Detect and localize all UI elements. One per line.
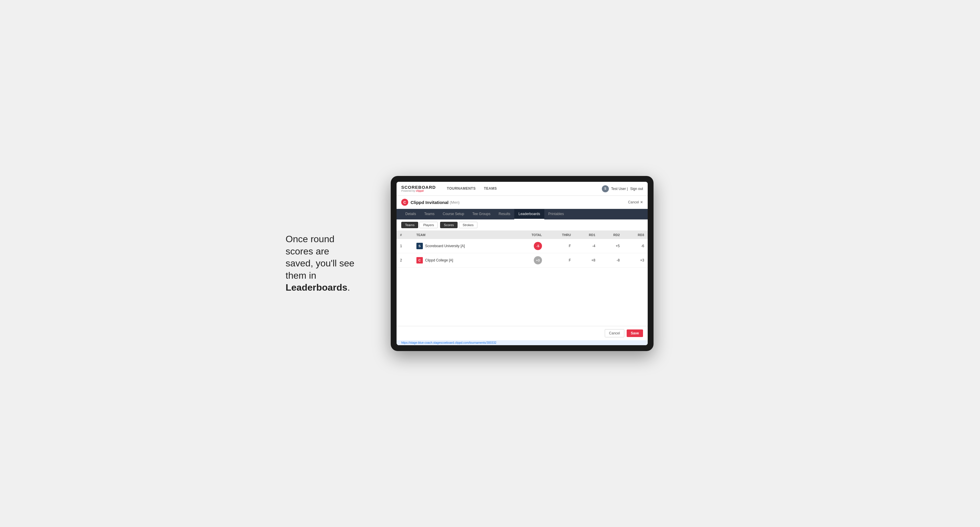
- table-row: 2 C Clippd College [A] +3 F +8 -8 +3: [396, 253, 648, 268]
- table-header-row: # TEAM TOTAL THRU RD1 RD2 RD3: [396, 231, 648, 239]
- app-header: SCOREBOARD Powered by clippd TOURNAMENTS…: [396, 182, 648, 196]
- subtab-teams[interactable]: Teams: [401, 222, 418, 228]
- save-button[interactable]: Save: [627, 329, 643, 337]
- subtab-players[interactable]: Players: [419, 222, 438, 228]
- tournament-header: C Clippd Invitational (Men) Cancel ✕: [396, 196, 648, 209]
- header-right: S Test User | Sign out: [602, 185, 643, 192]
- status-bar: https://stage-blue-coach.stagescoeboard.…: [396, 340, 648, 345]
- status-url: https://stage-blue-coach.stagescoeboard.…: [401, 341, 496, 344]
- team-logo: C: [417, 257, 423, 264]
- cell-total: -5: [514, 239, 545, 253]
- page-wrapper: Once round scores are saved, you'll see …: [286, 176, 694, 351]
- cell-rd2: -8: [599, 253, 624, 268]
- score-badge: +3: [534, 256, 542, 264]
- logo-area: SCOREBOARD Powered by clippd: [401, 185, 436, 193]
- table-row: 1 S Scoreboard University [A] -5 F -4 +5…: [396, 239, 648, 253]
- cell-rd1: +8: [574, 253, 599, 268]
- tab-tee-groups[interactable]: Tee Groups: [468, 209, 495, 219]
- tournament-icon: C: [401, 199, 408, 206]
- logo-title: SCOREBOARD: [401, 185, 436, 189]
- main-nav: TOURNAMENTS TEAMS: [443, 182, 501, 195]
- cell-team: S Scoreboard University [A]: [413, 239, 514, 253]
- cell-rank: 1: [396, 239, 413, 253]
- tournament-gender: (Men): [450, 200, 460, 205]
- tablet-screen: SCOREBOARD Powered by clippd TOURNAMENTS…: [396, 182, 648, 345]
- team-name: Clippd College [A]: [425, 258, 453, 262]
- col-team: TEAM: [413, 231, 514, 239]
- user-avatar: S: [602, 185, 609, 192]
- cell-rank: 2: [396, 253, 413, 268]
- col-rd3: RD3: [623, 231, 648, 239]
- cancel-button-top[interactable]: Cancel ✕: [628, 200, 643, 204]
- nav-tournaments[interactable]: TOURNAMENTS: [443, 182, 480, 195]
- col-rank: #: [396, 231, 413, 239]
- subtab-scores[interactable]: Scores: [440, 222, 458, 228]
- cell-rd3: -6: [623, 239, 648, 253]
- cell-total: +3: [514, 253, 545, 268]
- tab-teams[interactable]: Teams: [420, 209, 439, 219]
- cell-rd1: -4: [574, 239, 599, 253]
- col-total: TOTAL: [514, 231, 545, 239]
- logo-brand: clippd: [416, 189, 424, 192]
- cell-rd2: +5: [599, 239, 624, 253]
- col-rd1: RD1: [574, 231, 599, 239]
- col-rd2: RD2: [599, 231, 624, 239]
- col-thru: THRU: [546, 231, 574, 239]
- sub-tabs: Teams Players Scores Strokes: [396, 219, 648, 231]
- tab-leaderboards[interactable]: Leaderboards: [514, 209, 544, 219]
- tab-details[interactable]: Details: [401, 209, 420, 219]
- cell-thru: F: [546, 239, 574, 253]
- cell-thru: F: [546, 253, 574, 268]
- tab-course-setup[interactable]: Course Setup: [439, 209, 468, 219]
- user-name: Test User |: [611, 187, 628, 191]
- leaderboard-table: # TEAM TOTAL THRU RD1 RD2 RD3 1 S: [396, 231, 648, 268]
- cancel-button-footer[interactable]: Cancel: [605, 329, 624, 337]
- leaderboard-table-container: # TEAM TOTAL THRU RD1 RD2 RD3 1 S: [396, 231, 648, 268]
- cell-team: C Clippd College [A]: [413, 253, 514, 268]
- footer-bar: Cancel Save: [396, 326, 648, 340]
- sign-out-button[interactable]: Sign out: [630, 187, 643, 191]
- cell-rd3: +3: [623, 253, 648, 268]
- logo-subtitle: Powered by clippd: [401, 189, 436, 193]
- tab-navigation: Details Teams Course Setup Tee Groups Re…: [396, 209, 648, 219]
- team-logo: S: [417, 243, 423, 249]
- left-description: Once round scores are saved, you'll see …: [286, 233, 373, 294]
- nav-teams[interactable]: TEAMS: [480, 182, 501, 195]
- tab-printables[interactable]: Printables: [544, 209, 568, 219]
- score-badge: -5: [534, 242, 542, 250]
- tablet-frame: SCOREBOARD Powered by clippd TOURNAMENTS…: [391, 176, 654, 351]
- subtab-strokes[interactable]: Strokes: [459, 222, 477, 228]
- tournament-name: Clippd Invitational: [410, 200, 449, 205]
- tab-results[interactable]: Results: [495, 209, 514, 219]
- content-area: [396, 268, 648, 326]
- team-name: Scoreboard University [A]: [425, 244, 465, 248]
